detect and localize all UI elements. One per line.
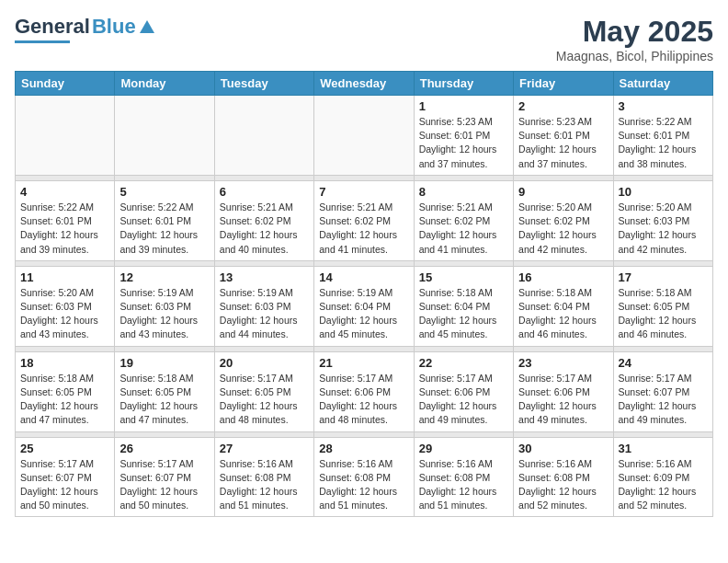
page-container: General Blue May 2025 Maagnas, Bicol, Ph… xyxy=(0,0,728,526)
day-number: 6 xyxy=(220,185,309,199)
col-monday: Monday xyxy=(115,72,214,96)
day-info: Sunrise: 5:17 AM Sunset: 6:07 PM Dayligh… xyxy=(20,457,109,513)
day-number: 12 xyxy=(119,270,209,284)
title-block: May 2025 Maagnas, Bicol, Philippines xyxy=(556,15,713,63)
day-cell-0-4: 1Sunrise: 5:23 AM Sunset: 6:01 PM Daylig… xyxy=(414,96,513,176)
day-info: Sunrise: 5:20 AM Sunset: 6:03 PM Dayligh… xyxy=(20,286,109,342)
day-cell-4-1: 26Sunrise: 5:17 AM Sunset: 6:07 PM Dayli… xyxy=(115,437,214,517)
day-info: Sunrise: 5:17 AM Sunset: 6:07 PM Dayligh… xyxy=(119,457,209,513)
day-cell-4-5: 30Sunrise: 5:16 AM Sunset: 6:08 PM Dayli… xyxy=(514,437,613,517)
main-title: May 2025 xyxy=(556,15,713,49)
day-cell-4-0: 25Sunrise: 5:17 AM Sunset: 6:07 PM Dayli… xyxy=(16,437,115,517)
day-number: 27 xyxy=(220,442,309,455)
day-info: Sunrise: 5:16 AM Sunset: 6:08 PM Dayligh… xyxy=(220,457,309,513)
day-info: Sunrise: 5:23 AM Sunset: 6:01 PM Dayligh… xyxy=(419,115,508,171)
day-number: 25 xyxy=(20,442,109,455)
day-number: 23 xyxy=(518,356,608,370)
day-info: Sunrise: 5:22 AM Sunset: 6:01 PM Dayligh… xyxy=(20,201,109,257)
header: General Blue May 2025 Maagnas, Bicol, Ph… xyxy=(15,15,713,63)
day-info: Sunrise: 5:18 AM Sunset: 6:04 PM Dayligh… xyxy=(419,286,508,342)
day-info: Sunrise: 5:19 AM Sunset: 6:03 PM Dayligh… xyxy=(119,286,209,342)
day-info: Sunrise: 5:23 AM Sunset: 6:01 PM Dayligh… xyxy=(518,115,608,171)
day-info: Sunrise: 5:16 AM Sunset: 6:08 PM Dayligh… xyxy=(419,457,508,513)
day-info: Sunrise: 5:19 AM Sunset: 6:03 PM Dayligh… xyxy=(220,286,309,342)
subtitle: Maagnas, Bicol, Philippines xyxy=(556,49,713,63)
day-cell-2-2: 13Sunrise: 5:19 AM Sunset: 6:03 PM Dayli… xyxy=(214,266,313,346)
day-info: Sunrise: 5:16 AM Sunset: 6:09 PM Dayligh… xyxy=(619,457,708,513)
day-info: Sunrise: 5:16 AM Sunset: 6:08 PM Dayligh… xyxy=(319,457,408,513)
day-cell-3-1: 19Sunrise: 5:18 AM Sunset: 6:05 PM Dayli… xyxy=(115,351,214,431)
day-info: Sunrise: 5:21 AM Sunset: 6:02 PM Dayligh… xyxy=(220,201,309,257)
day-number: 14 xyxy=(319,270,408,284)
day-number: 15 xyxy=(419,270,508,284)
day-info: Sunrise: 5:17 AM Sunset: 6:06 PM Dayligh… xyxy=(319,372,408,428)
day-cell-3-4: 22Sunrise: 5:17 AM Sunset: 6:06 PM Dayli… xyxy=(414,351,513,431)
day-cell-1-5: 9Sunrise: 5:20 AM Sunset: 6:02 PM Daylig… xyxy=(514,180,613,260)
col-sunday: Sunday xyxy=(16,72,115,96)
day-cell-2-5: 16Sunrise: 5:18 AM Sunset: 6:04 PM Dayli… xyxy=(514,266,613,346)
day-info: Sunrise: 5:18 AM Sunset: 6:05 PM Dayligh… xyxy=(619,286,708,342)
day-info: Sunrise: 5:17 AM Sunset: 6:06 PM Dayligh… xyxy=(419,372,508,428)
day-info: Sunrise: 5:17 AM Sunset: 6:05 PM Dayligh… xyxy=(220,372,309,428)
col-tuesday: Tuesday xyxy=(214,72,313,96)
day-cell-3-2: 20Sunrise: 5:17 AM Sunset: 6:05 PM Dayli… xyxy=(214,351,313,431)
week-row-1: 1Sunrise: 5:23 AM Sunset: 6:01 PM Daylig… xyxy=(16,96,713,176)
day-number: 9 xyxy=(518,185,608,199)
day-cell-3-3: 21Sunrise: 5:17 AM Sunset: 6:06 PM Dayli… xyxy=(314,351,414,431)
logo-icon xyxy=(138,18,154,35)
week-row-3: 11Sunrise: 5:20 AM Sunset: 6:03 PM Dayli… xyxy=(16,266,713,346)
day-cell-0-3 xyxy=(314,96,414,176)
day-cell-0-1 xyxy=(115,96,214,176)
day-number: 30 xyxy=(518,442,608,455)
day-number: 4 xyxy=(20,185,109,199)
day-number: 3 xyxy=(619,99,708,113)
day-info: Sunrise: 5:21 AM Sunset: 6:02 PM Dayligh… xyxy=(419,201,508,257)
day-number: 20 xyxy=(220,356,309,370)
day-number: 1 xyxy=(419,99,508,113)
day-cell-1-1: 5Sunrise: 5:22 AM Sunset: 6:01 PM Daylig… xyxy=(115,180,214,260)
day-cell-1-6: 10Sunrise: 5:20 AM Sunset: 6:03 PM Dayli… xyxy=(613,180,712,260)
day-number: 31 xyxy=(619,442,708,455)
day-cell-0-0 xyxy=(16,96,115,176)
day-number: 19 xyxy=(119,356,209,370)
day-number: 2 xyxy=(518,99,608,113)
day-info: Sunrise: 5:18 AM Sunset: 6:05 PM Dayligh… xyxy=(119,372,209,428)
svg-marker-0 xyxy=(140,20,154,33)
day-cell-3-5: 23Sunrise: 5:17 AM Sunset: 6:06 PM Dayli… xyxy=(514,351,613,431)
day-cell-2-0: 11Sunrise: 5:20 AM Sunset: 6:03 PM Dayli… xyxy=(16,266,115,346)
day-number: 22 xyxy=(419,356,508,370)
day-cell-0-6: 3Sunrise: 5:22 AM Sunset: 6:01 PM Daylig… xyxy=(613,96,712,176)
day-info: Sunrise: 5:22 AM Sunset: 6:01 PM Dayligh… xyxy=(619,115,708,171)
day-info: Sunrise: 5:18 AM Sunset: 6:05 PM Dayligh… xyxy=(20,372,109,428)
day-number: 7 xyxy=(319,185,408,199)
day-number: 18 xyxy=(20,356,109,370)
day-cell-2-3: 14Sunrise: 5:19 AM Sunset: 6:04 PM Dayli… xyxy=(314,266,414,346)
day-cell-1-2: 6Sunrise: 5:21 AM Sunset: 6:02 PM Daylig… xyxy=(214,180,313,260)
day-headers-row: Sunday Monday Tuesday Wednesday Thursday… xyxy=(16,72,713,96)
col-saturday: Saturday xyxy=(613,72,712,96)
logo: General Blue xyxy=(15,15,154,43)
day-number: 8 xyxy=(419,185,508,199)
day-cell-3-0: 18Sunrise: 5:18 AM Sunset: 6:05 PM Dayli… xyxy=(16,351,115,431)
day-number: 16 xyxy=(518,270,608,284)
logo-blue: Blue xyxy=(92,15,136,39)
day-number: 13 xyxy=(220,270,309,284)
day-number: 24 xyxy=(619,356,708,370)
day-info: Sunrise: 5:21 AM Sunset: 6:02 PM Dayligh… xyxy=(319,201,408,257)
day-number: 28 xyxy=(319,442,408,455)
day-cell-1-4: 8Sunrise: 5:21 AM Sunset: 6:02 PM Daylig… xyxy=(414,180,513,260)
day-cell-4-2: 27Sunrise: 5:16 AM Sunset: 6:08 PM Dayli… xyxy=(214,437,313,517)
logo-underline xyxy=(15,40,70,43)
day-cell-3-6: 24Sunrise: 5:17 AM Sunset: 6:07 PM Dayli… xyxy=(613,351,712,431)
week-row-4: 18Sunrise: 5:18 AM Sunset: 6:05 PM Dayli… xyxy=(16,351,713,431)
col-wednesday: Wednesday xyxy=(314,72,414,96)
day-number: 5 xyxy=(119,185,209,199)
logo-general: General xyxy=(15,15,90,39)
day-cell-2-4: 15Sunrise: 5:18 AM Sunset: 6:04 PM Dayli… xyxy=(414,266,513,346)
day-number: 17 xyxy=(619,270,708,284)
week-row-5: 25Sunrise: 5:17 AM Sunset: 6:07 PM Dayli… xyxy=(16,437,713,517)
day-info: Sunrise: 5:17 AM Sunset: 6:07 PM Dayligh… xyxy=(619,372,708,428)
day-info: Sunrise: 5:19 AM Sunset: 6:04 PM Dayligh… xyxy=(319,286,408,342)
week-row-2: 4Sunrise: 5:22 AM Sunset: 6:01 PM Daylig… xyxy=(16,180,713,260)
day-cell-4-4: 29Sunrise: 5:16 AM Sunset: 6:08 PM Dayli… xyxy=(414,437,513,517)
